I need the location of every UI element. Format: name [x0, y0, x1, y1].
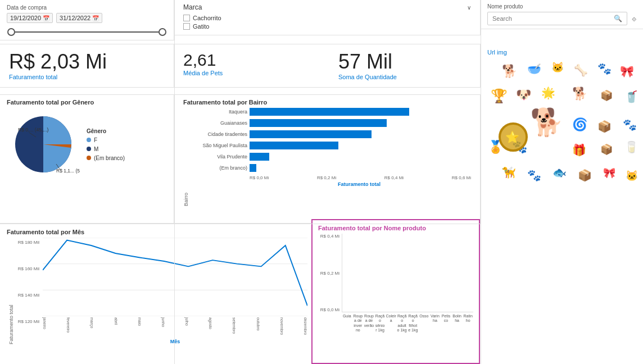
images-section: 🐕 🥣 🐱 🦴 🐾 🎀 🏆 🐶 🌟 🐕 📦 🥤 🐕 🌀 📦 🐾 🏅 🐾 🎁 📦: [481, 56, 643, 364]
bar-row-itaquera: Itaquera: [191, 108, 471, 116]
prod-y-00: R$ 0,0 Mi: [320, 307, 339, 312]
svg-text:🌀: 🌀: [572, 117, 588, 132]
line-x-out: outubro: [256, 317, 260, 339]
line-x-jan: janeiro: [43, 317, 47, 339]
line-chart-area: Faturamento total R$ 180 Mil R$ 160 Mil …: [7, 238, 307, 344]
svg-text:🐶: 🐶: [516, 87, 532, 102]
prod-label-petisco: Petisco: [441, 314, 451, 324]
svg-text:🦴: 🦴: [574, 63, 588, 77]
date-range-slider[interactable]: [7, 26, 167, 38]
divider-top-kpi: [0, 44, 481, 44]
line-chart-section: Faturamento total por Mês Faturamento to…: [0, 224, 315, 363]
product-bars-container: Guia Roupa de inverno Roupa de verão Raç…: [342, 234, 473, 333]
prod-x-label-guia: Guia: [342, 312, 352, 333]
line-x-set: setembro: [232, 317, 236, 339]
prod-label-roupa-ver: Roupa de verão: [364, 314, 374, 328]
svg-text:🎀: 🎀: [620, 65, 634, 78]
marca-cachorrito-item[interactable]: Cachorrito: [183, 15, 471, 21]
marca-header: Marca ∨: [183, 3, 471, 11]
marca-cachorrito-label: Cachorrito: [193, 15, 221, 21]
bar-x-label-1: R$ 0,2 Mi: [317, 175, 336, 180]
date-range: 19/12/2020 📅 31/12/2022 📅: [7, 13, 167, 23]
line-y-labels: R$ 180 Mil R$ 160 Mil R$ 140 Mil R$ 120 …: [17, 240, 42, 324]
prod-x-label-petisco: Petisco: [441, 312, 451, 333]
line-y-180: R$ 180 Mil: [18, 240, 39, 245]
svg-text:🐱: 🐱: [551, 61, 564, 74]
slider-fill: [11, 31, 162, 33]
svg-text:🌟: 🌟: [541, 86, 555, 99]
bar-track-saomiguel: [250, 142, 471, 149]
bar-label-saomiguel: São Miguel Paulista: [191, 143, 247, 148]
line-chart-inner: janeiro fevereiro março abril maio junho…: [43, 238, 307, 344]
date-end-input[interactable]: 31/12/2022 📅: [56, 13, 102, 23]
pie-section: Faturamento total por Gênero R$ 0,... (4…: [0, 94, 174, 224]
bar-x-label-0: R$ 0,0 Mi: [250, 175, 269, 180]
pie-chart-visual: R$ 0,... (45,...) R$ 1,1... (54,7...): [7, 108, 80, 181]
bar-track-embranco: [250, 164, 471, 172]
nome-produto-label: Nome produto: [487, 3, 636, 10]
svg-text:🐟: 🐟: [553, 166, 567, 179]
prod-label-guia: Guia: [343, 314, 351, 319]
svg-text:🎀: 🎀: [603, 167, 616, 179]
kpi-faturamento-section: R$ 2,03 Mi Faturamento total: [0, 44, 174, 88]
svg-text:🏆: 🏆: [491, 88, 508, 104]
bar-fill-itaquera: [250, 108, 409, 116]
prod-x-label-roupa-inv: Roupa de inverno: [353, 312, 364, 333]
line-x-abr: abril: [114, 317, 118, 339]
product-bar-section: Faturamento total por Nome produto R$ 0,…: [311, 219, 480, 364]
svg-text:🐕: 🐕: [530, 106, 564, 138]
nome-produto-section: Nome produto 🔍 ⟐: [481, 0, 643, 29]
marca-gatito-item[interactable]: Gatito: [183, 23, 471, 30]
legend-m-dot: [87, 147, 91, 151]
pie-legend: Gênero F M (Em branco): [87, 128, 125, 161]
search-box[interactable]: 🔍: [487, 12, 627, 25]
pie-chart-title: Faturamento total por Gênero: [7, 99, 167, 106]
quantidade-value: 57 Mil: [338, 51, 471, 73]
line-y-120: R$ 120 Mil: [18, 319, 39, 324]
svg-text:📦: 📦: [597, 120, 612, 133]
line-x-jun: junho: [161, 317, 165, 339]
slider-thumb-left[interactable]: [7, 28, 15, 36]
bar-bairro-container: Bairro Itaquera Guaianases Cidade tirade…: [183, 108, 471, 206]
kpi-media-item: 2,61 Média de Pets: [183, 51, 316, 80]
prod-label-racao-sen: Ração sênior 1kg: [375, 314, 386, 333]
svg-text:🥤: 🥤: [624, 90, 639, 103]
line-x-jul: julho: [185, 317, 189, 339]
date-filter-section: Data de compra 19/12/2020 📅 31/12/2022 📅: [0, 0, 174, 40]
svg-text:📦: 📦: [600, 89, 613, 102]
bar-row-guaianases: Guaianases: [191, 119, 471, 127]
svg-text:📦: 📦: [600, 143, 613, 156]
marca-gatito-checkbox[interactable]: [183, 23, 190, 30]
svg-text:🐾: 🐾: [623, 118, 637, 131]
bar-fill-embranco: [250, 164, 256, 172]
marca-cachorrito-checkbox[interactable]: [183, 15, 190, 21]
svg-text:🥛: 🥛: [624, 140, 639, 154]
bar-x-labels: R$ 0,0 Mi R$ 0,2 Mi R$ 0,4 Mi R$ 0,6 Mi: [191, 175, 471, 180]
calendar-icon[interactable]: 📅: [43, 15, 49, 21]
line-x-mar: março: [90, 317, 94, 339]
legend-em-branco-label: (Em branco): [94, 155, 125, 161]
url-img-link[interactable]: Url img: [487, 49, 507, 56]
legend-m-label: M: [94, 146, 98, 152]
marca-filter-section: Marca ∨ Cachorrito Gatito: [174, 0, 481, 35]
svg-text:R$ 0,... (45,...): R$ 0,... (45,...): [18, 127, 48, 133]
prod-label-coleira: Coleira: [386, 314, 396, 324]
bar-x-label-3: R$ 0,6 Mi: [452, 175, 471, 180]
marca-label: Marca: [183, 3, 202, 11]
calendar-icon-2[interactable]: 📅: [92, 15, 99, 21]
search-icon[interactable]: 🔍: [614, 15, 622, 22]
prod-x-label-varinha: Varinha: [430, 312, 441, 333]
search-input[interactable]: [492, 15, 614, 22]
product-x-labels: Guia Roupa de inverno Roupa de verão Raç…: [342, 312, 473, 333]
prod-x-label-racao-sen: Ração sênior 1kg: [375, 312, 386, 333]
bar-fill-vilaprudente: [250, 153, 269, 161]
filter-icon[interactable]: ⟐: [632, 14, 636, 23]
slider-thumb-right[interactable]: [159, 28, 166, 36]
prod-label-ratinho: Ratinho: [463, 314, 473, 324]
date-end-value: 31/12/2022: [60, 15, 90, 21]
line-x-fev: fevereiro: [66, 317, 70, 339]
legend-f-label: F: [94, 137, 97, 143]
date-start-input[interactable]: 19/12/2020 📅: [7, 13, 53, 23]
kpi-quantidade-item: 57 Mil Soma de Quantidade: [338, 51, 471, 80]
dropdown-arrow-icon[interactable]: ∨: [467, 4, 471, 11]
